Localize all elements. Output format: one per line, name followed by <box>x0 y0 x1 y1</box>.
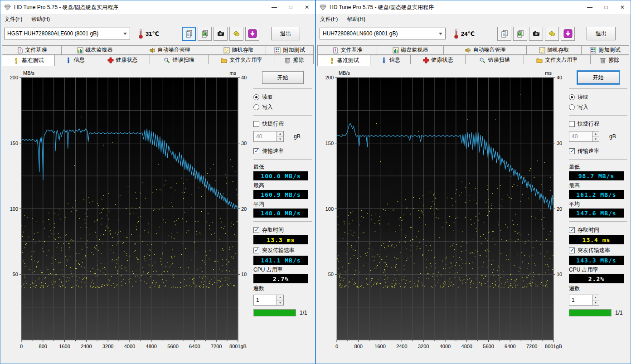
pass-count-stepper[interactable]: ▲▼ <box>592 295 599 306</box>
svg-text:7200: 7200 <box>526 344 537 349</box>
menu-file[interactable]: 文件(F) <box>320 15 338 23</box>
copy-image-button[interactable] <box>198 27 212 41</box>
svg-text:40: 40 <box>557 75 562 80</box>
capacity-input[interactable]: 40 <box>253 131 277 142</box>
tab-label: 基准测试 <box>22 57 44 64</box>
exit-button[interactable]: 退出 <box>271 27 300 40</box>
step-down-icon[interactable]: ▼ <box>277 137 283 142</box>
tab-aam[interactable]: 自动噪音管理 <box>128 45 211 55</box>
camera-icon <box>217 29 225 38</box>
copy-text-button[interactable] <box>182 27 196 41</box>
short-stroke-row[interactable]: 快捷行程 <box>569 119 627 128</box>
pass-count-input[interactable]: 1 <box>569 295 592 306</box>
exit-button[interactable]: 退出 <box>587 27 616 40</box>
drive-select[interactable]: HUH728080ALN600 (8001 gB) <box>320 28 446 39</box>
svg-text:200: 200 <box>325 75 334 80</box>
transfer-rate-row[interactable]: 传输速率 <box>569 146 627 155</box>
step-down-icon[interactable]: ▼ <box>277 301 283 306</box>
tab-benchmark[interactable]: 基准测试 <box>317 55 370 66</box>
access-time-row[interactable]: 存取时间 <box>253 225 312 234</box>
tab-file-benchmark[interactable]: ! 文件基准 <box>317 45 377 55</box>
read-radio[interactable] <box>253 94 259 100</box>
start-button[interactable]: 开始 <box>262 71 304 84</box>
benchmark-icon <box>13 58 19 64</box>
burst-rate-checkbox[interactable] <box>253 248 259 253</box>
exit-label: 退出 <box>280 30 291 38</box>
step-up-icon[interactable]: ▲ <box>592 131 599 137</box>
write-radio[interactable] <box>569 104 575 110</box>
disk-monitor-icon <box>393 47 399 53</box>
pass-count-stepper[interactable]: ▲▼ <box>277 295 284 306</box>
short-stroke-checkbox[interactable] <box>569 121 575 127</box>
burst-rate-row[interactable]: 突发传输速率 <box>253 246 312 255</box>
step-up-icon[interactable]: ▲ <box>277 295 283 301</box>
maximize-button[interactable]: □ <box>598 0 614 14</box>
access-time-row[interactable]: 存取时间 <box>569 225 627 234</box>
close-button[interactable]: ✕ <box>614 0 631 14</box>
step-down-icon[interactable]: ▼ <box>592 137 599 142</box>
menu-file[interactable]: 文件(F) <box>5 15 22 23</box>
minimize-button[interactable]: — <box>266 0 282 14</box>
access-time-checkbox[interactable] <box>253 227 259 233</box>
read-radio-row[interactable]: 读取 <box>569 92 627 102</box>
short-stroke-checkbox[interactable] <box>253 121 259 127</box>
capacity-stepper[interactable]: ▲▼ <box>592 131 599 142</box>
menu-help[interactable]: 帮助(H) <box>347 15 365 23</box>
screenshot-button[interactable] <box>214 27 228 41</box>
tab-extra-tests[interactable]: 附加测试 <box>266 45 314 55</box>
drive-select[interactable]: HGST HUH728080ALE600 (8001 gB) <box>4 28 130 39</box>
maximize-icon: □ <box>604 4 607 10</box>
toolbar-buttons <box>497 27 575 41</box>
maximize-button[interactable]: □ <box>282 0 299 14</box>
read-radio-row[interactable]: 读取 <box>253 92 312 102</box>
write-radio-row[interactable]: 写入 <box>253 102 312 112</box>
burst-rate-row[interactable]: 突发传输速率 <box>569 246 627 255</box>
capacity-input[interactable]: 40 <box>569 131 592 142</box>
capacity-stepper[interactable]: ▲▼ <box>277 131 284 142</box>
svg-text:150: 150 <box>325 141 334 146</box>
donate-button[interactable] <box>229 27 243 41</box>
access-time-checkbox[interactable] <box>569 227 575 233</box>
tab-file-benchmark[interactable]: ! 文件基准 <box>2 45 62 55</box>
tab-disk-monitor[interactable]: 磁盘监视器 <box>377 45 444 55</box>
tab-random-access[interactable]: 随机存取 <box>527 45 582 55</box>
write-radio[interactable] <box>253 104 259 110</box>
tab-strip: ! 文件基准 磁盘监视器 自动噪音管理 <box>0 45 315 66</box>
tab-disk-monitor[interactable]: 磁盘监视器 <box>62 45 128 55</box>
step-up-icon[interactable]: ▲ <box>277 131 283 137</box>
max-speed-display: 160.9 MB/s <box>253 190 308 199</box>
health-cross-icon <box>423 57 429 63</box>
read-radio[interactable] <box>569 94 575 100</box>
speaker-icon <box>149 47 155 53</box>
tab-aam[interactable]: 自动噪音管理 <box>444 45 527 55</box>
short-stroke-row[interactable]: 快捷行程 <box>253 119 312 128</box>
copy-image-button[interactable] <box>513 27 527 41</box>
transfer-rate-checkbox[interactable] <box>253 148 259 154</box>
copy-text-button[interactable] <box>497 27 511 41</box>
menu-help[interactable]: 帮助(H) <box>31 15 50 23</box>
burst-rate-checkbox[interactable] <box>569 248 575 253</box>
tab-label: 文件夹占用率 <box>229 56 262 64</box>
update-button[interactable] <box>245 27 259 41</box>
svg-text:5600: 5600 <box>483 344 494 349</box>
transfer-rate-checkbox[interactable] <box>569 148 575 154</box>
tab-random-access[interactable]: 随机存取 <box>211 45 266 55</box>
step-up-icon[interactable]: ▲ <box>592 295 599 301</box>
start-button[interactable]: 开始 <box>578 71 619 84</box>
min-label: 最低 <box>569 163 627 170</box>
donate-button[interactable] <box>545 27 559 41</box>
tab-benchmark[interactable]: 基准测试 <box>2 55 55 66</box>
start-label: 开始 <box>277 74 288 82</box>
pass-count-input[interactable]: 1 <box>253 295 277 306</box>
screenshot-button[interactable] <box>529 27 543 41</box>
random-access-icon <box>223 47 230 53</box>
magnifier-icon <box>479 57 485 63</box>
tab-extra-tests[interactable]: 附加测试 <box>582 45 629 55</box>
transfer-rate-row[interactable]: 传输速率 <box>253 146 312 155</box>
svg-text:20: 20 <box>241 206 247 212</box>
update-button[interactable] <box>561 27 575 41</box>
minimize-button[interactable]: — <box>582 0 598 14</box>
step-down-icon[interactable]: ▼ <box>592 301 599 306</box>
write-radio-row[interactable]: 写入 <box>569 102 627 112</box>
close-button[interactable]: ✕ <box>299 0 315 14</box>
